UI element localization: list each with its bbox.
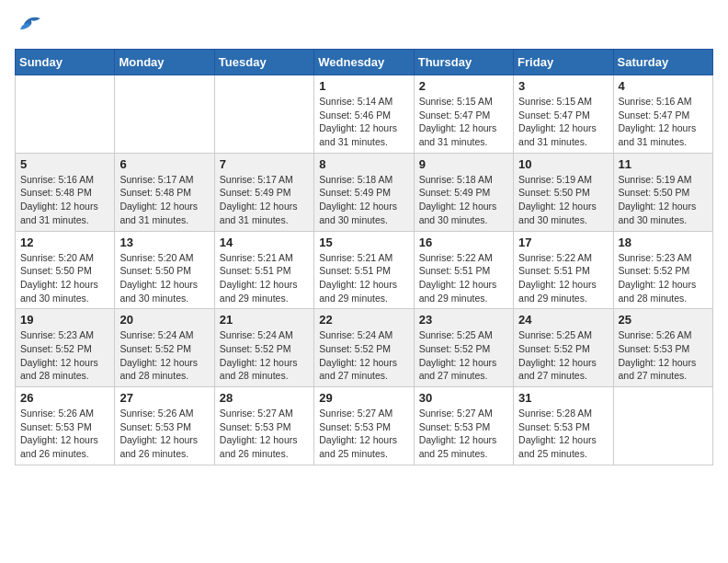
empty-cell <box>16 75 115 154</box>
day-info-17: Sunrise: 5:22 AM Sunset: 5:51 PM Dayligh… <box>518 251 608 305</box>
weekday-header-saturday: Saturday <box>613 50 712 75</box>
day-number-31: 31 <box>518 391 608 405</box>
day-cell-2: 2Sunrise: 5:15 AM Sunset: 5:47 PM Daylig… <box>414 75 513 154</box>
day-number-9: 9 <box>419 157 508 171</box>
week-row-3: 12Sunrise: 5:20 AM Sunset: 5:50 PM Dayli… <box>16 231 713 309</box>
week-row-5: 26Sunrise: 5:26 AM Sunset: 5:53 PM Dayli… <box>16 387 713 465</box>
day-number-27: 27 <box>119 391 209 405</box>
day-cell-9: 9Sunrise: 5:18 AM Sunset: 5:49 PM Daylig… <box>414 153 513 231</box>
day-info-28: Sunrise: 5:27 AM Sunset: 5:53 PM Dayligh… <box>220 407 309 461</box>
day-info-22: Sunrise: 5:24 AM Sunset: 5:52 PM Dayligh… <box>319 328 408 383</box>
weekday-header-row: SundayMondayTuesdayWednesdayThursdayFrid… <box>16 50 713 75</box>
weekday-header-friday: Friday <box>514 50 613 75</box>
day-info-14: Sunrise: 5:21 AM Sunset: 5:51 PM Dayligh… <box>220 251 309 305</box>
day-number-5: 5 <box>20 157 109 171</box>
day-number-29: 29 <box>319 391 408 405</box>
day-info-11: Sunrise: 5:19 AM Sunset: 5:50 PM Dayligh… <box>619 173 708 227</box>
day-info-2: Sunrise: 5:15 AM Sunset: 5:47 PM Dayligh… <box>419 95 508 149</box>
day-number-22: 22 <box>319 313 408 327</box>
day-info-26: Sunrise: 5:26 AM Sunset: 5:53 PM Dayligh… <box>20 407 109 461</box>
day-info-13: Sunrise: 5:20 AM Sunset: 5:50 PM Dayligh… <box>119 251 209 305</box>
day-number-1: 1 <box>319 79 408 93</box>
weekday-header-monday: Monday <box>115 50 214 75</box>
day-cell-7: 7Sunrise: 5:17 AM Sunset: 5:49 PM Daylig… <box>214 153 313 231</box>
day-cell-31: 31Sunrise: 5:28 AM Sunset: 5:53 PM Dayli… <box>514 387 613 465</box>
day-cell-11: 11Sunrise: 5:19 AM Sunset: 5:50 PM Dayli… <box>613 153 712 231</box>
day-number-13: 13 <box>119 236 209 249</box>
day-number-11: 11 <box>619 157 708 171</box>
calendar-table: SundayMondayTuesdayWednesdayThursdayFrid… <box>15 49 713 465</box>
day-info-23: Sunrise: 5:25 AM Sunset: 5:52 PM Dayligh… <box>419 328 508 383</box>
empty-cell <box>115 75 214 154</box>
day-cell-4: 4Sunrise: 5:16 AM Sunset: 5:47 PM Daylig… <box>613 75 712 154</box>
day-cell-12: 12Sunrise: 5:20 AM Sunset: 5:50 PM Dayli… <box>16 231 115 309</box>
day-info-12: Sunrise: 5:20 AM Sunset: 5:50 PM Dayligh… <box>20 251 109 305</box>
logo <box>15 15 42 38</box>
day-number-7: 7 <box>220 157 309 171</box>
day-cell-24: 24Sunrise: 5:25 AM Sunset: 5:52 PM Dayli… <box>514 309 613 387</box>
weekday-header-thursday: Thursday <box>414 50 513 75</box>
day-number-24: 24 <box>518 313 608 327</box>
logo-wordmark <box>15 15 42 38</box>
day-number-4: 4 <box>619 79 708 93</box>
day-cell-13: 13Sunrise: 5:20 AM Sunset: 5:50 PM Dayli… <box>115 231 214 309</box>
day-info-21: Sunrise: 5:24 AM Sunset: 5:52 PM Dayligh… <box>220 328 309 383</box>
day-info-8: Sunrise: 5:18 AM Sunset: 5:49 PM Dayligh… <box>319 173 408 227</box>
day-number-6: 6 <box>119 157 209 171</box>
day-info-6: Sunrise: 5:17 AM Sunset: 5:48 PM Dayligh… <box>119 173 209 227</box>
day-info-3: Sunrise: 5:15 AM Sunset: 5:47 PM Dayligh… <box>518 95 608 149</box>
day-info-20: Sunrise: 5:24 AM Sunset: 5:52 PM Dayligh… <box>119 328 209 383</box>
day-cell-10: 10Sunrise: 5:19 AM Sunset: 5:50 PM Dayli… <box>514 153 613 231</box>
day-number-15: 15 <box>319 236 408 249</box>
day-info-10: Sunrise: 5:19 AM Sunset: 5:50 PM Dayligh… <box>518 173 608 227</box>
day-info-15: Sunrise: 5:21 AM Sunset: 5:51 PM Dayligh… <box>319 251 408 305</box>
day-info-7: Sunrise: 5:17 AM Sunset: 5:49 PM Dayligh… <box>220 173 309 227</box>
day-number-16: 16 <box>419 236 508 249</box>
day-cell-5: 5Sunrise: 5:16 AM Sunset: 5:48 PM Daylig… <box>16 153 115 231</box>
weekday-header-wednesday: Wednesday <box>314 50 414 75</box>
day-number-30: 30 <box>419 391 508 405</box>
day-number-8: 8 <box>319 157 408 171</box>
day-info-16: Sunrise: 5:22 AM Sunset: 5:51 PM Dayligh… <box>419 251 508 305</box>
day-cell-19: 19Sunrise: 5:23 AM Sunset: 5:52 PM Dayli… <box>16 309 115 387</box>
day-cell-1: 1Sunrise: 5:14 AM Sunset: 5:46 PM Daylig… <box>314 75 414 154</box>
day-info-9: Sunrise: 5:18 AM Sunset: 5:49 PM Dayligh… <box>419 173 508 227</box>
day-info-5: Sunrise: 5:16 AM Sunset: 5:48 PM Dayligh… <box>20 173 109 227</box>
day-cell-28: 28Sunrise: 5:27 AM Sunset: 5:53 PM Dayli… <box>214 387 313 465</box>
day-info-29: Sunrise: 5:27 AM Sunset: 5:53 PM Dayligh… <box>319 407 408 461</box>
day-info-1: Sunrise: 5:14 AM Sunset: 5:46 PM Dayligh… <box>319 95 408 149</box>
week-row-4: 19Sunrise: 5:23 AM Sunset: 5:52 PM Dayli… <box>16 309 713 387</box>
day-number-17: 17 <box>518 236 608 249</box>
day-cell-22: 22Sunrise: 5:24 AM Sunset: 5:52 PM Dayli… <box>314 309 414 387</box>
day-cell-29: 29Sunrise: 5:27 AM Sunset: 5:53 PM Dayli… <box>314 387 414 465</box>
day-cell-18: 18Sunrise: 5:23 AM Sunset: 5:52 PM Dayli… <box>613 231 712 309</box>
day-info-4: Sunrise: 5:16 AM Sunset: 5:47 PM Dayligh… <box>619 95 708 149</box>
empty-cell <box>613 387 712 465</box>
day-cell-21: 21Sunrise: 5:24 AM Sunset: 5:52 PM Dayli… <box>214 309 313 387</box>
empty-cell <box>214 75 313 154</box>
day-cell-23: 23Sunrise: 5:25 AM Sunset: 5:52 PM Dayli… <box>414 309 513 387</box>
day-info-27: Sunrise: 5:26 AM Sunset: 5:53 PM Dayligh… <box>119 407 209 461</box>
day-info-19: Sunrise: 5:23 AM Sunset: 5:52 PM Dayligh… <box>20 328 109 383</box>
day-cell-27: 27Sunrise: 5:26 AM Sunset: 5:53 PM Dayli… <box>115 387 214 465</box>
day-number-28: 28 <box>220 391 309 405</box>
day-number-3: 3 <box>518 79 608 93</box>
day-cell-17: 17Sunrise: 5:22 AM Sunset: 5:51 PM Dayli… <box>514 231 613 309</box>
day-cell-6: 6Sunrise: 5:17 AM Sunset: 5:48 PM Daylig… <box>115 153 214 231</box>
day-cell-20: 20Sunrise: 5:24 AM Sunset: 5:52 PM Dayli… <box>115 309 214 387</box>
day-info-30: Sunrise: 5:27 AM Sunset: 5:53 PM Dayligh… <box>419 407 508 461</box>
weekday-header-tuesday: Tuesday <box>214 50 313 75</box>
day-number-26: 26 <box>20 391 109 405</box>
day-cell-15: 15Sunrise: 5:21 AM Sunset: 5:51 PM Dayli… <box>314 231 414 309</box>
day-cell-25: 25Sunrise: 5:26 AM Sunset: 5:53 PM Dayli… <box>613 309 712 387</box>
day-number-12: 12 <box>20 236 109 249</box>
logo-bird-icon <box>17 15 42 33</box>
day-number-25: 25 <box>619 313 708 327</box>
day-number-2: 2 <box>419 79 508 93</box>
day-cell-3: 3Sunrise: 5:15 AM Sunset: 5:47 PM Daylig… <box>514 75 613 154</box>
day-info-31: Sunrise: 5:28 AM Sunset: 5:53 PM Dayligh… <box>518 407 608 461</box>
day-number-18: 18 <box>619 236 708 249</box>
day-cell-8: 8Sunrise: 5:18 AM Sunset: 5:49 PM Daylig… <box>314 153 414 231</box>
day-info-24: Sunrise: 5:25 AM Sunset: 5:52 PM Dayligh… <box>518 328 608 383</box>
day-number-19: 19 <box>20 313 109 327</box>
